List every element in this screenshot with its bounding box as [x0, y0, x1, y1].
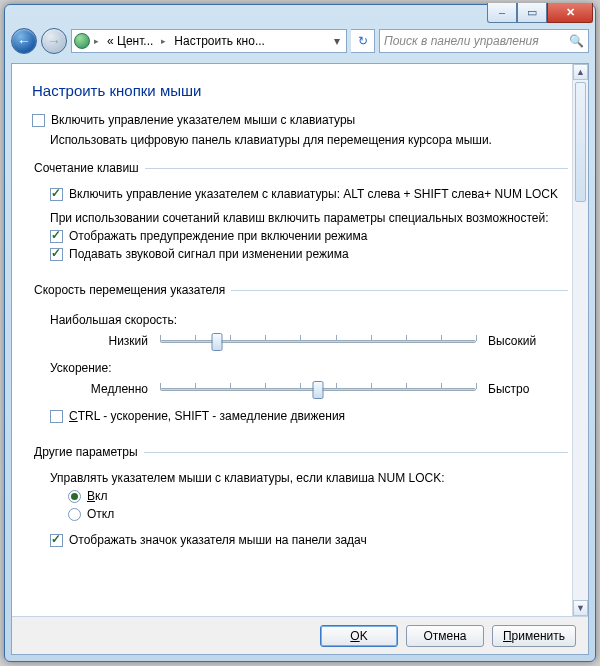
ctrl-shift-checkbox[interactable] [50, 410, 63, 423]
close-button[interactable]: ✕ [547, 3, 593, 23]
ctrl-shift-label: CTRL - ускорение, SHIFT - замедление дви… [69, 409, 345, 423]
hotkey-enable-label: Включить управление указателем с клавиат… [69, 187, 558, 201]
breadcrumb-caret: ▸ [159, 36, 168, 46]
scroll-up-icon[interactable]: ▲ [573, 64, 588, 80]
top-speed-low-label: Низкий [68, 334, 148, 348]
back-button[interactable]: ← [11, 28, 37, 54]
tray-icon-label: Отображать значок указателя мыши на пане… [69, 533, 367, 547]
other-legend: Другие параметры [32, 445, 144, 459]
scroll-down-icon[interactable]: ▼ [573, 600, 588, 616]
apply-button[interactable]: Применить [492, 625, 576, 647]
titlebar: – ▭ ✕ [5, 5, 595, 23]
other-group: Другие параметры Управлять указателем мы… [32, 445, 568, 555]
numlock-off-radio[interactable] [68, 508, 81, 521]
top-speed-high-label: Высокий [488, 334, 568, 348]
minimize-button[interactable]: – [487, 3, 517, 23]
address-bar[interactable]: ▸ « Цент... ▸ Настроить кно... ▾ [71, 29, 347, 53]
breadcrumb-caret: ▸ [92, 36, 101, 46]
enable-mousekeys-description: Использовать цифровую панель клавиатуры … [50, 133, 568, 147]
accel-fast-label: Быстро [488, 382, 568, 396]
top-speed-label: Наибольшая скорость: [50, 313, 568, 327]
nav-toolbar: ← → ▸ « Цент... ▸ Настроить кно... ▾ ↻ П… [11, 25, 589, 57]
accel-slow-label: Медленно [68, 382, 148, 396]
refresh-button[interactable]: ↻ [351, 29, 375, 53]
control-panel-icon [74, 33, 90, 49]
sound-checkbox[interactable] [50, 248, 63, 261]
tray-icon-checkbox[interactable] [50, 534, 63, 547]
search-icon[interactable]: 🔍 [569, 34, 584, 48]
accel-slider[interactable] [160, 379, 476, 399]
breadcrumb-seg-1[interactable]: « Цент... [103, 34, 157, 48]
search-input[interactable]: Поиск в панели управления 🔍 [379, 29, 589, 53]
breadcrumb-seg-2[interactable]: Настроить кно... [170, 34, 269, 48]
maximize-button[interactable]: ▭ [517, 3, 547, 23]
numlock-on-label: Вкл [87, 489, 107, 503]
cancel-button[interactable]: Отмена [406, 625, 484, 647]
numlock-off-label: Откл [87, 507, 114, 521]
forward-button[interactable]: → [41, 28, 67, 54]
content-frame: Настроить кнопки мыши Включить управлени… [11, 63, 589, 655]
dialog-footer: OK Отмена Применить [12, 616, 588, 654]
vertical-scrollbar[interactable]: ▲ ▼ [572, 64, 588, 616]
sound-label: Подавать звуковой сигнал при изменении р… [69, 247, 349, 261]
top-speed-slider[interactable] [160, 331, 476, 351]
speed-legend: Скорость перемещения указателя [32, 283, 231, 297]
enable-mousekeys-label: Включить управление указателем мыши с кл… [51, 113, 355, 127]
warning-label: Отображать предупреждение при включении … [69, 229, 367, 243]
address-dropdown-icon[interactable]: ▾ [330, 34, 344, 48]
hotkey-subhead: При использовании сочетаний клавиш включ… [50, 211, 549, 225]
page-title: Настроить кнопки мыши [32, 82, 568, 99]
scroll-thumb[interactable] [575, 82, 586, 202]
warning-checkbox[interactable] [50, 230, 63, 243]
search-placeholder: Поиск в панели управления [384, 34, 539, 48]
hotkeys-legend: Сочетание клавиш [32, 161, 145, 175]
ok-button[interactable]: OK [320, 625, 398, 647]
enable-mousekeys-checkbox[interactable] [32, 114, 45, 127]
speed-group: Скорость перемещения указателя Наибольша… [32, 283, 568, 431]
hotkeys-group: Сочетание клавиш Включить управление ука… [32, 161, 568, 269]
numlock-label: Управлять указателем мыши с клавиатуры, … [50, 471, 445, 485]
window-frame: – ▭ ✕ ← → ▸ « Цент... ▸ Настроить кно...… [4, 4, 596, 662]
accel-label: Ускорение: [50, 361, 568, 375]
content-area: Настроить кнопки мыши Включить управлени… [12, 64, 588, 616]
numlock-on-radio[interactable] [68, 490, 81, 503]
hotkey-enable-checkbox[interactable] [50, 188, 63, 201]
